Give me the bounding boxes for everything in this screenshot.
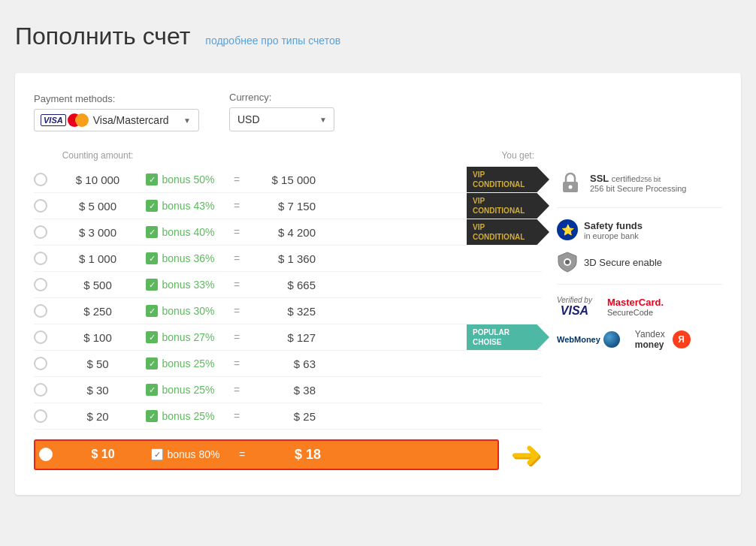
eq-val: = xyxy=(225,384,248,396)
yandex-line2: money xyxy=(635,339,665,350)
bonus-text-white: bonus 80% xyxy=(167,448,219,460)
check-icon: ✓ xyxy=(146,410,158,422)
eq-val: = xyxy=(225,279,248,291)
payment-select-wrapper[interactable]: VISA Visa/Mastercard ▼ xyxy=(34,109,199,131)
radio-cell xyxy=(34,383,60,397)
check-icon: ✓ xyxy=(146,252,158,264)
table-row[interactable]: $ 5 000 ✓ bonus 43% = $ 7 150 VIPCONDITI… xyxy=(34,193,542,219)
arrow-container: ➜ xyxy=(510,433,542,476)
radio-button[interactable] xyxy=(34,252,47,265)
webmoney-yandex-logos: WebMoney Yandex money Я xyxy=(557,329,722,350)
check-icon: ✓ xyxy=(146,331,158,343)
radio-button-active[interactable] xyxy=(39,448,53,461)
amount-value: $ 5 000 xyxy=(60,200,135,213)
check-icon: ✓ xyxy=(146,357,158,370)
radio-cell xyxy=(39,448,65,461)
table-row[interactable]: $ 250 ✓ bonus 30% = $ 325 xyxy=(34,298,542,324)
table-row-selected[interactable]: $ 10 ✓ bonus 80% = $ 18 xyxy=(34,439,499,470)
get-value: $ 7 150 xyxy=(248,200,323,213)
webmoney-logo: WebMoney xyxy=(557,331,620,348)
table-row[interactable]: $ 30 ✓ bonus 25% = $ 38 xyxy=(34,377,542,403)
popular-badge-cell: POPULARCHOISE xyxy=(467,324,549,350)
main-card: Payment methods: VISA Visa/Mastercard ▼ xyxy=(15,73,741,495)
payment-select[interactable]: VISA Visa/Mastercard ▼ xyxy=(34,109,199,131)
safety-title: Safety funds xyxy=(584,220,643,231)
table-row[interactable]: $ 100 ✓ bonus 27% = $ 127 POPULARCHOISE xyxy=(34,324,542,351)
brand-logos: Verified by VISA MasterCard. SecureCode xyxy=(557,296,722,318)
currency-select-wrapper[interactable]: USD EUR ▼ xyxy=(229,107,334,131)
radio-cell xyxy=(34,199,60,213)
table-row[interactable]: $ 20 ✓ bonus 25% = $ 25 xyxy=(34,403,542,430)
amount-value: $ 20 xyxy=(60,410,135,423)
bonus-cell: ✓ bonus 80% xyxy=(141,448,231,460)
lock-icon xyxy=(557,169,584,196)
bonus-text: bonus 40% xyxy=(162,226,214,238)
amount-value: $ 30 xyxy=(60,384,135,397)
get-value: $ 38 xyxy=(248,384,323,397)
safety-sub: in europe bank xyxy=(584,231,643,240)
account-types-link[interactable]: подробнее про типы счетов xyxy=(205,35,340,47)
get-value: $ 63 xyxy=(248,357,323,370)
table-row[interactable]: $ 1 000 ✓ bonus 36% = $ 1 360 xyxy=(34,246,542,272)
check-icon: ✓ xyxy=(146,279,158,291)
ssl-title: SSL certified256 bit xyxy=(590,173,686,184)
radio-button[interactable] xyxy=(34,304,47,318)
radio-button[interactable] xyxy=(34,383,47,397)
table-row[interactable]: $ 50 ✓ bonus 25% = $ 63 xyxy=(34,351,542,377)
bonus-cell: ✓ bonus 40% xyxy=(135,226,225,238)
currency-control-group: Currency: USD EUR ▼ xyxy=(229,92,334,131)
yandex-line1: Yandex xyxy=(635,329,665,339)
col-radio-header xyxy=(34,150,60,161)
radio-button[interactable] xyxy=(34,173,47,186)
currency-select[interactable]: USD EUR xyxy=(229,107,334,131)
radio-dot xyxy=(41,451,46,457)
currency-label: Currency: xyxy=(229,92,334,103)
bonus-cell: ✓ bonus 36% xyxy=(135,252,225,264)
check-icon: ✓ xyxy=(146,173,158,186)
divider2 xyxy=(557,284,722,285)
amount-value: $ 1 000 xyxy=(60,252,135,265)
vip-badge-cell: VIPCONDITIONAL xyxy=(467,219,549,245)
highlighted-row-container: $ 10 ✓ bonus 80% = $ 18 ➜ xyxy=(34,433,542,476)
secure3d-text: 3D Secure enable xyxy=(584,257,662,268)
vip-badge: VIPCONDITIONAL xyxy=(467,167,549,192)
amount-value: $ 100 xyxy=(60,331,135,344)
eq-val: = xyxy=(225,331,248,343)
bonus-cell: ✓ bonus 30% xyxy=(135,305,225,317)
eq-val: = xyxy=(225,305,248,317)
radio-button[interactable] xyxy=(34,225,47,239)
amount-value: $ 500 xyxy=(60,279,135,291)
eq-val: = xyxy=(225,357,248,370)
webmoney-globe-icon xyxy=(603,331,620,348)
ssl-certified: certified256 bit xyxy=(612,174,661,183)
get-value: $ 15 000 xyxy=(248,173,323,186)
table-row[interactable]: $ 500 ✓ bonus 33% = $ 665 xyxy=(34,272,542,298)
radio-button[interactable] xyxy=(34,409,47,423)
yandex-icon: Я xyxy=(673,330,691,348)
table-row[interactable]: $ 10 000 ✓ bonus 50% = $ 15 000 VIPCONDI… xyxy=(34,167,542,193)
col-eq-header xyxy=(225,150,248,161)
get-value: $ 25 xyxy=(248,410,323,423)
get-value: $ 325 xyxy=(248,305,323,318)
amount-value: $ 10 xyxy=(65,448,141,461)
radio-button[interactable] xyxy=(34,357,47,370)
radio-cell xyxy=(34,252,60,265)
radio-button[interactable] xyxy=(34,278,47,291)
mc-circles xyxy=(68,113,89,127)
radio-button[interactable] xyxy=(34,330,47,344)
radio-button[interactable] xyxy=(34,199,47,213)
verified-visa-logo: Verified by VISA xyxy=(557,296,592,318)
mastercard-sc-logo: MasterCard. SecureCode xyxy=(607,297,664,317)
table-row[interactable]: $ 3 000 ✓ bonus 40% = $ 4 200 VIPCONDITI… xyxy=(34,219,542,246)
page-header: Пополнить счет подробнее про типы счетов xyxy=(15,15,741,58)
vip-badge-cell: VIPCONDITIONAL xyxy=(467,167,549,192)
radio-cell xyxy=(34,173,60,186)
bonus-cell: ✓ bonus 25% xyxy=(135,384,225,396)
verified-by-text: Verified by xyxy=(557,296,592,304)
get-value: $ 4 200 xyxy=(248,226,323,239)
bonus-text: bonus 50% xyxy=(162,173,214,186)
visa-brand-text: VISA xyxy=(561,304,588,318)
bonus-text: bonus 30% xyxy=(162,305,214,317)
bonus-text: bonus 43% xyxy=(162,200,214,212)
divider xyxy=(557,207,722,208)
